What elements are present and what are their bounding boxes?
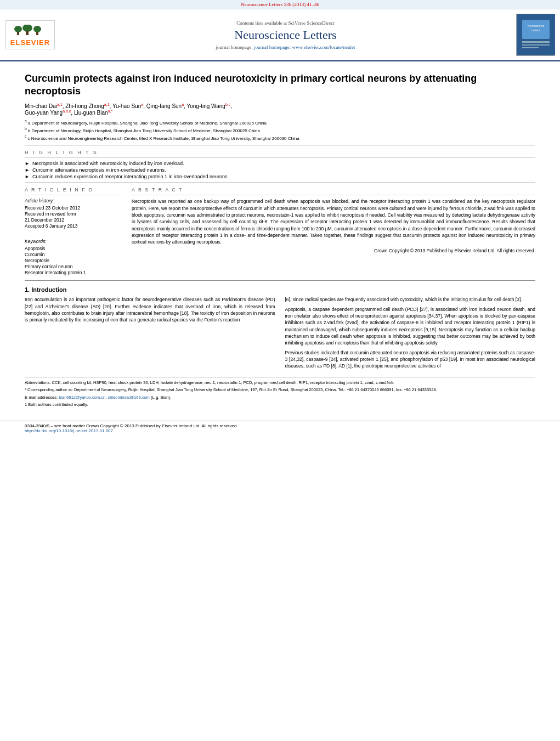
- svg-rect-12: [522, 44, 550, 46]
- kw-5: Receptor interacting protein 1: [25, 270, 121, 275]
- footnotes-area: Abbreviations: CCK, cell counting kit; H…: [25, 377, 535, 408]
- authors-line: Min-chao Daia,1, Zhi-hong Zhonga,1, Yu-h…: [25, 103, 535, 116]
- revised2-line: 21 December 2012: [25, 217, 121, 223]
- homepage-line: journal homepage: journal homepage: www.…: [60, 44, 511, 50]
- journal-center: Contents lists available at SciVerse Sci…: [60, 20, 511, 50]
- body-right-col: [6], since radical species are frequentl…: [285, 296, 536, 372]
- affil-sup-a1: a,1: [57, 103, 63, 106]
- doi-link[interactable]: http://dx.doi.org/10.1016/j.neulet.2013.…: [25, 428, 113, 433]
- divider-1: [25, 145, 535, 145]
- kw-4: Primary cortical neuron: [25, 264, 121, 269]
- highlight-1: ► Necroptosis is associated with neuroto…: [25, 161, 535, 166]
- left-col: A R T I C L E I N F O Article history: R…: [25, 187, 121, 276]
- affil-sup-a3: a: [182, 103, 184, 106]
- doi-line: http://dx.doi.org/10.1016/j.neulet.2013.…: [25, 428, 535, 433]
- article-history: Article history: Received 23 October 201…: [25, 198, 121, 229]
- elsevier-wordmark: ELSEVIER: [8, 38, 52, 47]
- abbrev-footnote: Abbreviations: CCK, cell counting kit; H…: [25, 380, 535, 386]
- history-label: Article history:: [25, 198, 121, 203]
- svg-rect-2: [17, 32, 19, 35]
- abstract-hr: [132, 195, 535, 195]
- elsevier-logo-img: [8, 23, 47, 38]
- affil-sup-abc: a,b,c: [63, 109, 71, 113]
- kw-2: Curcumin: [25, 252, 121, 257]
- journal-cover-icon: Neuroscience Letters: [519, 17, 552, 53]
- page: Neuroscience Letters 536 (2013) 41–46: [0, 0, 560, 741]
- email-1-link[interactable]: bian6612@yahoo.com.cn: [59, 395, 105, 400]
- affil-sup-a2: a: [141, 103, 143, 106]
- sciverse-line: Contents lists available at SciVerse Sci…: [60, 20, 511, 26]
- issn-line: 0304-3940/$ – see front matter Crown Cop…: [25, 423, 535, 428]
- email-footnote: E-mail addresses: bian6612@yahoo.com.cn,…: [25, 395, 535, 401]
- abstract-copyright: Crown Copyright © 2013 Published by Else…: [132, 248, 535, 253]
- affil-c: c c Neuroscience and Neuroengineering Re…: [25, 134, 535, 141]
- svg-rect-4: [26, 31, 29, 35]
- svg-point-1: [14, 26, 22, 32]
- right-col: A B S T R A C T Necroptosis was reported…: [132, 187, 535, 276]
- highlight-3: ► Curcumin reduces expression of recepto…: [25, 174, 535, 179]
- citation-text: Neuroscience Letters 536 (2013) 41–46: [241, 2, 319, 7]
- journal-thumbnail: Neuroscience Letters: [516, 14, 555, 56]
- intro-title: 1. Introduction: [25, 286, 535, 293]
- divider-2: [25, 280, 535, 281]
- abstract-text: Necroptosis was reported as one backup w…: [132, 198, 535, 245]
- arrow-icon-1: ►: [25, 161, 30, 166]
- affiliations: a a Department of Neurosurgery, Ruijin H…: [25, 119, 535, 140]
- affil-sup-astar: a,*: [108, 109, 113, 113]
- journal-header: ELSEVIER Contents lists available at Sci…: [0, 9, 560, 61]
- intro-para-right2: Apoptosis, a caspase dependent programme…: [285, 306, 536, 347]
- bottom-bar: 0304-3940/$ – see front matter Crown Cop…: [0, 421, 560, 435]
- intro-para-right3: Previous studies indicated that curcumin…: [285, 349, 536, 370]
- citation-bar: Neuroscience Letters 536 (2013) 41–46: [0, 0, 560, 9]
- affil-sup-a12: a,1: [104, 103, 110, 106]
- received-line: Received 23 October 2012: [25, 205, 121, 211]
- intro-para-left: Iron accumulation is an important pathog…: [25, 296, 275, 323]
- body-section: 1. Introduction Iron accumulation is an …: [25, 286, 535, 372]
- svg-text:Letters: Letters: [531, 29, 540, 32]
- highlights-hr-bottom: [25, 182, 535, 183]
- svg-rect-6: [36, 32, 38, 35]
- kw-1: Apoptosis: [25, 246, 121, 251]
- intro-para-right1: [6], since radical species are frequentl…: [285, 296, 536, 303]
- keywords-label: Keywords:: [25, 239, 121, 244]
- body-two-col: Iron accumulation is an important pathog…: [25, 296, 535, 372]
- keywords-section: Keywords: Apoptosis Curcumin Necroptosis…: [25, 239, 121, 275]
- highlights-section: H I G H L I G H T S ► Necroptosis is ass…: [25, 150, 535, 183]
- svg-point-5: [33, 26, 41, 32]
- svg-rect-11: [522, 41, 550, 43]
- body-left-col: Iron accumulation is an important pathog…: [25, 296, 275, 372]
- revised-line: Received in revised form: [25, 211, 121, 217]
- kw-3: Necroptosis: [25, 258, 121, 263]
- article-info-abstract: A R T I C L E I N F O Article history: R…: [25, 187, 535, 276]
- elsevier-logo: ELSEVIER: [5, 20, 55, 49]
- journal-title: Neuroscience Letters: [60, 28, 511, 42]
- affil-a: a a Department of Neurosurgery, Ruijin H…: [25, 119, 535, 126]
- equal-contrib-note: 1 Both authors contributed equally.: [25, 402, 535, 408]
- affil-sup-bc: b,c: [225, 103, 230, 106]
- arrow-icon-3: ►: [25, 174, 30, 179]
- highlights-label: H I G H L I G H T S: [25, 150, 535, 155]
- affil-b: b b Department of Neurology, Ruijin Hosp…: [25, 127, 535, 133]
- article-info-label: A R T I C L E I N F O: [25, 187, 121, 193]
- svg-rect-13: [522, 47, 539, 48]
- highlights-hr-top: [25, 157, 535, 158]
- journal-thumb-img: Neuroscience Letters: [517, 14, 555, 55]
- corresponding-footnote: * Corresponding author at: Department of…: [25, 387, 535, 393]
- email-2-link[interactable]: chiaomindai@163.com: [108, 395, 149, 400]
- article-title: Curcumin protects against iron induced n…: [25, 72, 535, 98]
- abstract-label: A B S T R A C T: [132, 187, 535, 193]
- svg-text:Neuroscience: Neuroscience: [528, 24, 545, 27]
- elsevier-tree-icon: [13, 25, 43, 37]
- arrow-icon-2: ►: [25, 167, 30, 173]
- accepted-line: Accepted 6 January 2013: [25, 223, 121, 229]
- highlight-2: ► Curcumin attenuates necroptosis in iro…: [25, 167, 535, 173]
- main-content: Curcumin protects against iron induced n…: [0, 61, 560, 415]
- homepage-url[interactable]: journal homepage: www.elsevier.com/locat…: [254, 44, 355, 50]
- info-hr: [25, 195, 121, 195]
